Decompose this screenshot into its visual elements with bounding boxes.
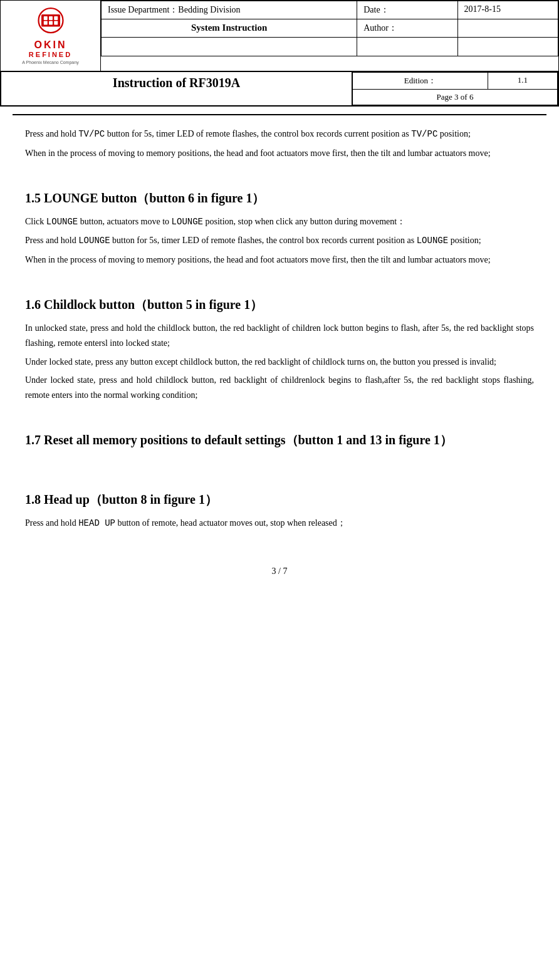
header-divider [13, 114, 546, 115]
section-1-5-para-2: Press and hold LOUNGE button for 5s, tim… [25, 233, 534, 249]
page-footer: 3 / 7 [0, 566, 559, 583]
logo-refined-text: REFINED [29, 51, 72, 58]
intro-para-1: Press and hold TV/PC button for 5s, time… [25, 127, 534, 142]
svg-rect-7 [54, 21, 58, 24]
svg-rect-1 [41, 14, 60, 27]
logo-sub-text: A Phoenix Mecano Company [22, 60, 78, 65]
title-row-table: Instruction of RF3019A Edition： [1, 71, 558, 106]
section-1-6-para-1: In unlocked state, press and hold the ch… [25, 321, 534, 351]
svg-rect-4 [54, 16, 58, 20]
section-1-6-heading: 1.6 Childlock button（button 5 in figure … [25, 296, 534, 313]
page-info: Page 3 of 6 [437, 92, 474, 102]
date-label-cell: Date： [357, 1, 457, 19]
section-1-6-para-3: Under locked state, press and hold child… [25, 373, 534, 403]
doc-title: Instruction of RF3019A [113, 76, 240, 90]
empty-cell-1 [102, 38, 357, 56]
section-1-5-para-3: When in the process of moving to memory … [25, 253, 534, 268]
system-instruction-cell: System Instruction [102, 19, 357, 38]
author-label: Author： [363, 23, 397, 33]
svg-rect-3 [49, 16, 53, 20]
date-value-cell: 2017-8-15 [457, 1, 558, 19]
empty-cell-3 [457, 38, 558, 56]
content-area: Press and hold TV/PC button for 5s, time… [0, 120, 559, 548]
intro-para-2: When in the process of moving to memory … [25, 146, 534, 161]
date-value: 2017-8-15 [464, 4, 501, 14]
issue-dept-cell: Issue Department：Bedding Division [102, 1, 357, 19]
logo-okin-text: OKIN [34, 39, 67, 51]
header-table: OKIN REFINED A Phoenix Mecano Company Is… [0, 0, 559, 107]
section-1-8-heading: 1.8 Head up（button 8 in figure 1） [25, 491, 534, 508]
author-value-cell [457, 19, 558, 38]
doc-title-cell: Instruction of RF3019A [1, 72, 352, 106]
header-info-table: Issue Department：Bedding Division Date： … [101, 1, 558, 56]
edition-label-cell: Edition： [353, 73, 488, 90]
page-wrapper: OKIN REFINED A Phoenix Mecano Company Is… [0, 0, 559, 980]
section-1-5-para-1: Click LOUNGE button, actuators move to L… [25, 214, 534, 230]
issue-label: Issue Department： [108, 5, 178, 14]
okin-logo-icon [32, 7, 70, 38]
svg-rect-6 [49, 21, 53, 24]
logo-container: OKIN REFINED A Phoenix Mecano Company [6, 7, 95, 65]
edition-page-table: Edition： 1.1 [352, 72, 558, 105]
section-1-6-para-2: Under locked state, press any button exc… [25, 355, 534, 370]
section-1-8-para-1: Press and hold HEAD UP button of remote,… [25, 516, 534, 531]
section-1-5-heading: 1.5 LOUNGE button（button 6 in figure 1） [25, 190, 534, 207]
page-info-cell: Page 3 of 6 [353, 90, 558, 105]
author-label-cell: Author： [357, 19, 457, 38]
system-label: System Instruction [191, 23, 267, 33]
section-1-7-heading: 1.7 Reset all memory positions to defaul… [25, 432, 534, 449]
svg-rect-2 [43, 16, 47, 20]
edition-label: Edition： [404, 76, 436, 85]
footer-page-num: 3 / 7 [272, 566, 288, 576]
svg-rect-5 [43, 21, 47, 24]
edition-value: 1.1 [518, 75, 528, 85]
edition-value-cell: 1.1 [488, 73, 557, 90]
issue-value: Bedding Division [178, 5, 240, 14]
date-label: Date： [363, 5, 389, 14]
empty-cell-2 [357, 38, 457, 56]
